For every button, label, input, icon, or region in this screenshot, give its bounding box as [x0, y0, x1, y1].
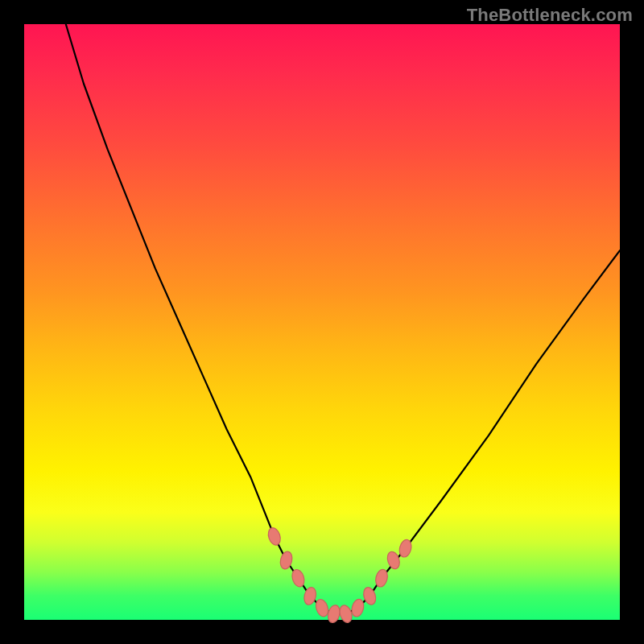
plot-area	[24, 24, 620, 620]
curve-marker	[350, 598, 365, 618]
bottleneck-curve	[66, 24, 620, 614]
curve-marker	[338, 604, 354, 624]
marker-group	[266, 526, 413, 624]
curve-marker	[266, 526, 283, 547]
chart-frame: TheBottleneck.com	[0, 0, 644, 644]
curve-marker	[326, 604, 341, 624]
curve-layer	[24, 24, 620, 620]
watermark-text: TheBottleneck.com	[467, 5, 633, 26]
curve-marker	[386, 550, 402, 570]
